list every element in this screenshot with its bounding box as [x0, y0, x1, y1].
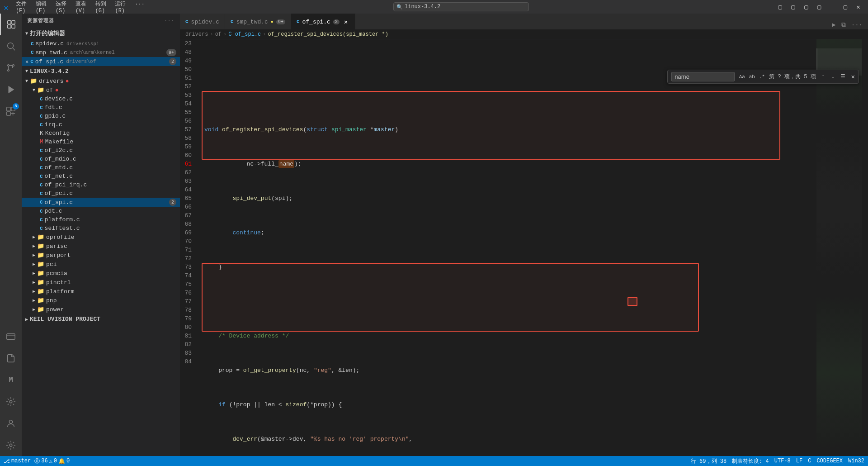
activity-run[interactable]: [0, 79, 22, 100]
power-chevron: ▶: [33, 307, 35, 312]
tree-parport[interactable]: ▶📁parport: [22, 251, 180, 260]
tree-device-c[interactable]: Cdevice.c: [22, 95, 180, 103]
tree-of-i2c[interactable]: Cof_i2c.c: [22, 146, 180, 155]
layout-btn-2[interactable]: ▢: [787, 0, 799, 14]
activity-account[interactable]: [0, 413, 22, 434]
find-prev-btn[interactable]: ↑: [819, 72, 828, 81]
maximize-btn[interactable]: ▢: [839, 0, 851, 14]
tree-kconfig[interactable]: KKconfig: [22, 129, 180, 138]
activity-settings[interactable]: [0, 434, 22, 456]
tree-pinctrl[interactable]: ▶📁pinctrl: [22, 278, 180, 287]
spidev-c-icon: C: [31, 41, 34, 47]
menu-more[interactable]: ...: [131, 0, 148, 15]
tree-pnp[interactable]: ▶📁pnp: [22, 296, 180, 305]
tree-of-pci-irq[interactable]: Cof_pci_irq.c: [22, 181, 180, 189]
layout-btn-3[interactable]: ▢: [800, 0, 812, 14]
tree-power[interactable]: ▶📁power: [22, 305, 180, 314]
tree-of[interactable]: ▼ 📁 of ●: [22, 86, 180, 95]
menu-run[interactable]: 运行(R): [111, 0, 130, 15]
tree-selftest[interactable]: Cselftest.c: [22, 224, 180, 233]
tree-oprofile[interactable]: ▶📁oprofile: [22, 233, 180, 242]
layout-btn-1[interactable]: ▢: [774, 0, 786, 14]
tree-platform-folder[interactable]: ▶📁platform: [22, 287, 180, 296]
tree-pcmcia[interactable]: ▶📁pcmcia: [22, 269, 180, 278]
breadcrumb-of[interactable]: of: [215, 31, 222, 38]
tree-fdt-c[interactable]: Cfdt.c: [22, 103, 180, 112]
ln-76: 76: [180, 289, 197, 297]
tree-drivers[interactable]: ▼ 📁 drivers ●: [22, 76, 180, 86]
find-input[interactable]: [671, 72, 735, 81]
activity-explorer[interactable]: [0, 14, 22, 35]
status-position[interactable]: 行 69，列 38: [691, 457, 726, 465]
layout-btn-4[interactable]: ▢: [813, 0, 826, 14]
activity-search[interactable]: [0, 35, 22, 57]
menu-file[interactable]: 文件(F): [12, 0, 31, 15]
status-errors[interactable]: ⓪ 36 ⚠ 0 🔔 0: [34, 457, 70, 465]
activity-extensions[interactable]: 8: [0, 100, 22, 122]
keil-section[interactable]: ▶ KEIL UVISION PROJECT: [22, 314, 180, 324]
run-tab-btn[interactable]: ▶: [830, 20, 837, 29]
breadcrumb-func[interactable]: of_register_spi_devices(spi_master *): [268, 31, 388, 38]
menu-select[interactable]: 选择(S): [52, 0, 71, 15]
status-line-ending[interactable]: LF: [796, 458, 802, 464]
tree-of-net[interactable]: Cof_net.c: [22, 172, 180, 181]
sidebar-more-btn[interactable]: ···: [164, 18, 175, 24]
breadcrumb-file[interactable]: C of_spi.c: [228, 31, 261, 38]
tree-irq-c[interactable]: Cirq.c: [22, 120, 180, 129]
editor-scrollbar[interactable]: [862, 39, 868, 456]
tree-platform[interactable]: Cplatform.c: [22, 215, 180, 224]
code-editor[interactable]: 23 48 49 50 51 52 53 54 55 56 57 58 59 6…: [180, 39, 868, 456]
menu-edit[interactable]: 编辑(E): [32, 0, 51, 15]
of-spi-close-icon[interactable]: ✕: [25, 58, 28, 65]
tab-size-text: 制表符长度: 4: [732, 457, 769, 465]
status-encoding[interactable]: UTF-8: [774, 458, 791, 464]
status-language[interactable]: C: [808, 458, 811, 464]
tree-makefile[interactable]: MMakefile: [22, 138, 180, 146]
tab-of-spi[interactable]: C of_spi.c 2 ✕: [291, 14, 355, 29]
status-plugin[interactable]: CODEGEEX: [816, 458, 843, 464]
find-regex-btn[interactable]: .*: [757, 72, 766, 81]
code-content[interactable]: void of_register_spi_devices(struct spi_…: [203, 39, 816, 456]
minimize-btn[interactable]: —: [826, 0, 838, 14]
activity-source-control[interactable]: [0, 57, 22, 79]
tree-parisc[interactable]: ▶📁parisc: [22, 242, 180, 251]
of-spi-tab-close[interactable]: ✕: [342, 18, 349, 25]
split-tab-btn[interactable]: ⧉: [840, 20, 848, 29]
activity-makefile[interactable]: [0, 391, 22, 413]
more-tabs-btn[interactable]: ···: [849, 20, 864, 29]
menu-view[interactable]: 查看(V): [72, 0, 91, 15]
status-branch[interactable]: ⎇ master: [4, 458, 31, 465]
tree-gpio-c[interactable]: Cgpio.c: [22, 112, 180, 120]
find-close-btn[interactable]: ✕: [851, 73, 855, 81]
tree-of-spi[interactable]: C of_spi.c 2: [22, 198, 180, 207]
tree-of-mtd[interactable]: Cof_mtd.c: [22, 163, 180, 172]
tree-of-pci[interactable]: Cof_pci.c: [22, 189, 180, 198]
svg-point-18: [9, 444, 12, 447]
open-editor-of-spi[interactable]: ✕ C of_spi.c drivers\of 2: [22, 57, 180, 66]
find-select-all-btn[interactable]: ☰: [839, 72, 848, 81]
open-editors-section[interactable]: ▼ 打开的编辑器: [22, 28, 180, 39]
linux-chevron: ▼: [25, 69, 28, 74]
svg-point-7: [13, 65, 14, 67]
breadcrumb-drivers[interactable]: drivers: [185, 31, 208, 38]
find-case-btn[interactable]: Aa: [737, 72, 746, 81]
close-btn[interactable]: ✕: [852, 0, 864, 14]
activity-keil[interactable]: M: [0, 369, 22, 391]
find-word-btn[interactable]: ab: [747, 72, 756, 81]
menu-goto[interactable]: 转到(G): [92, 0, 111, 15]
open-editor-smp-twd[interactable]: C smp_twd.c arch\arm\kernel 9+: [22, 48, 180, 57]
tree-of-mdio[interactable]: Cof_mdio.c: [22, 155, 180, 163]
activity-remote[interactable]: [0, 326, 22, 347]
tab-smp-twd[interactable]: C smp_twd.c ● 9+: [225, 14, 291, 29]
tab-spidev[interactable]: C spidev.c: [180, 14, 225, 29]
status-platform[interactable]: Win32: [848, 458, 864, 464]
tree-pci[interactable]: ▶📁pci: [22, 260, 180, 269]
open-editor-spidev[interactable]: C spidev.c drivers\spi: [22, 39, 180, 48]
find-next-btn[interactable]: ↓: [829, 72, 838, 81]
linux-section[interactable]: ▼ LINUX-3.4.2: [22, 66, 180, 76]
global-search-bar[interactable]: 🔍 linux-3.4.2: [393, 2, 529, 11]
status-tab-size[interactable]: 制表符长度: 4: [732, 457, 769, 465]
of-spi-c-icon: C: [30, 59, 33, 64]
tree-pdt[interactable]: Cpdt.c: [22, 207, 180, 215]
activity-testing[interactable]: [0, 347, 22, 369]
